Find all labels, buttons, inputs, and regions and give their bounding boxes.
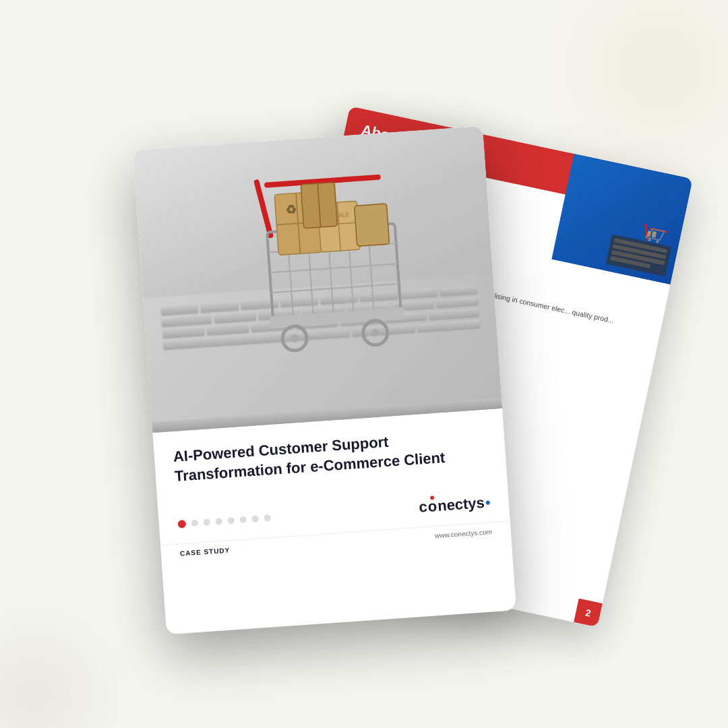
svg-rect-40	[355, 204, 390, 246]
svg-point-10	[656, 240, 659, 243]
logo-blue-dot-icon	[486, 501, 490, 505]
dot-2	[191, 520, 199, 527]
dot-3	[203, 519, 210, 526]
website-label: www.conectys.com	[435, 528, 493, 540]
dot-7	[251, 516, 259, 523]
svg-text:♻: ♻	[285, 202, 297, 216]
logo-text-nectys: nectys	[437, 494, 485, 515]
svg-point-26	[371, 328, 380, 337]
dot-1	[178, 520, 187, 528]
connectys-logo: c o nectys	[419, 494, 491, 516]
dot-5	[227, 517, 235, 524]
svg-line-11	[257, 181, 271, 236]
front-document: ♻ FRAGILE AI-Powered Customer Support Tr…	[133, 126, 516, 635]
svg-rect-8	[651, 231, 657, 238]
front-document-title: AI-Powered Customer Support Transformati…	[173, 426, 487, 486]
svg-rect-7	[647, 231, 652, 237]
dot-6	[239, 516, 247, 524]
back-page-number: 2	[574, 599, 603, 628]
shopping-cart-icon: ♻ FRAGILE	[201, 144, 431, 375]
svg-point-9	[648, 239, 651, 242]
front-document-hero-image: ♻ FRAGILE	[133, 126, 502, 433]
case-study-label: CASE STUDY	[180, 547, 231, 557]
scene: About the Client	[61, 61, 667, 667]
logo-text-c: c	[419, 498, 428, 516]
pagination-dots	[178, 514, 272, 528]
dot-8	[264, 514, 271, 522]
svg-point-24	[291, 334, 299, 343]
dot-4	[215, 518, 222, 525]
logo-o-with-dot: o	[427, 497, 437, 516]
